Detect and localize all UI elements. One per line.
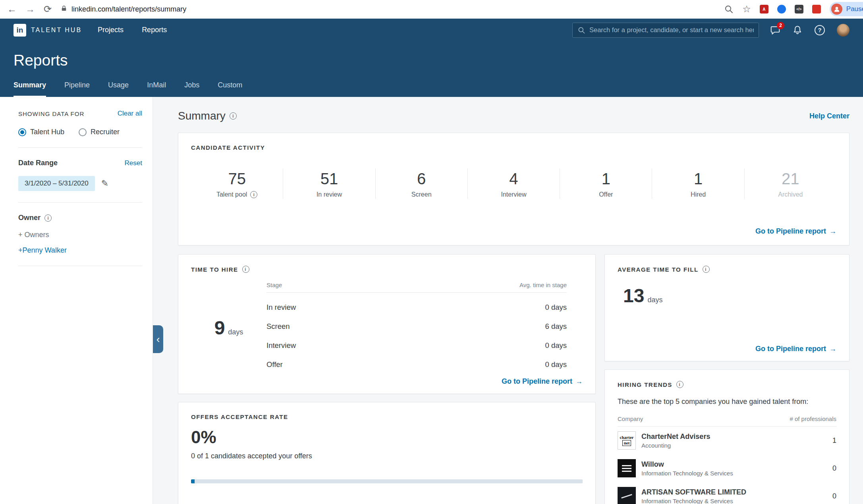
company-row-charternet[interactable]: charter net CharterNet Advisers Accounti…	[618, 427, 836, 454]
help-center-link[interactable]: Help Center	[809, 112, 849, 120]
radio-selected-icon	[18, 128, 26, 136]
hiring-trends-info-icon[interactable]: i	[676, 381, 683, 388]
refresh-icon[interactable]: ⟳	[44, 4, 52, 14]
search-icon	[577, 26, 585, 34]
tab-jobs[interactable]: Jobs	[184, 81, 199, 97]
nav-links: Projects Reports	[98, 26, 167, 34]
zoom-icon[interactable]	[724, 4, 734, 14]
browser-profile-avatar	[831, 4, 842, 15]
nav-item-reports[interactable]: Reports	[142, 26, 167, 34]
company-row-artisan[interactable]: ARTISAN SOFTWARE LIMITED Information Tec…	[618, 482, 836, 504]
bookmark-star-icon[interactable]: ☆	[742, 4, 751, 14]
linkedin-logo[interactable]: in	[14, 24, 26, 37]
user-avatar[interactable]	[837, 24, 849, 37]
candidate-activity-card: CANDIDATE ACTIVITY 75 Talent pool i 51 I…	[178, 133, 849, 245]
browser-profile-button[interactable]: Pause	[830, 2, 863, 16]
table-row: Offer 0 days	[266, 350, 567, 369]
stat-value: 1	[560, 170, 652, 188]
adobe-extension-icon[interactable]: A	[760, 5, 768, 14]
reset-link[interactable]: Reset	[125, 159, 142, 167]
stat-archived: 21 Archived	[744, 168, 836, 199]
offers-progress-bar	[191, 479, 583, 483]
artisan-logo	[618, 487, 636, 504]
data-source-radios: Talent Hub Recruiter	[18, 128, 142, 136]
professionals-count: 1	[832, 436, 836, 445]
stage-time: 0 days	[545, 303, 567, 312]
page-title: Reports	[14, 52, 849, 69]
summary-main: Summary i Help Center CANDIDATE ACTIVITY…	[153, 97, 863, 504]
clear-all-link[interactable]: Clear all	[118, 110, 142, 118]
stat-screen: 6 Screen	[375, 168, 467, 199]
date-range-value[interactable]: 3/1/2020 – 5/31/2020	[18, 176, 95, 191]
stage-time: 0 days	[545, 341, 567, 350]
talent-pool-info-icon[interactable]: i	[250, 191, 257, 198]
radio-recruiter-label: Recruiter	[91, 128, 120, 136]
stat-value: 21	[745, 170, 836, 188]
edit-date-pencil-icon[interactable]: ✎	[101, 178, 108, 189]
stat-value: 1	[652, 170, 744, 188]
stat-label: Talent pool	[216, 191, 247, 198]
browser-actions: ☆ A </> Pause	[724, 2, 863, 16]
company-column-header: Company	[618, 415, 643, 422]
radio-talent-hub-label: Talent Hub	[30, 128, 64, 136]
owner-penny-walker[interactable]: +Penny Walker	[18, 246, 142, 255]
stage-time: 0 days	[545, 360, 567, 369]
messages-badge: 2	[777, 22, 784, 29]
content-area: SHOWING DATA FOR Clear all Talent Hub Re…	[0, 97, 863, 504]
go-to-pipeline-report-link[interactable]: Go to Pipeline report →	[755, 227, 836, 236]
brand[interactable]: in TALENT HUB	[14, 24, 82, 37]
nav-item-projects[interactable]: Projects	[98, 26, 124, 34]
go-to-pipeline-report-link[interactable]: Go to Pipeline report →	[502, 377, 583, 386]
candidate-activity-stats: 75 Talent pool i 51 In review 6 Screen 4	[191, 168, 836, 199]
radio-recruiter[interactable]: Recruiter	[79, 128, 120, 136]
owner-label: Owner	[18, 214, 41, 222]
back-icon[interactable]: ←	[7, 4, 17, 14]
company-row-willow[interactable]: Willow Information Technology & Services…	[618, 454, 836, 482]
help-icon[interactable]: ?	[815, 25, 825, 35]
add-owners-button[interactable]: + Owners	[18, 231, 142, 239]
forward-icon[interactable]: →	[25, 4, 35, 14]
code-extension-icon[interactable]: </>	[795, 5, 803, 14]
notifications-bell-icon[interactable]	[792, 25, 803, 35]
average-time-to-fill-info-icon[interactable]: i	[703, 266, 710, 273]
stage-name: Offer	[266, 360, 283, 369]
messages-icon[interactable]: 2	[770, 25, 780, 35]
willow-logo	[618, 459, 636, 477]
brand-name: TALENT HUB	[31, 27, 82, 34]
company-industry: Information Technology & Services	[641, 470, 832, 477]
stage-time: 6 days	[545, 322, 567, 331]
hiring-trends-title: HIRING TRENDS	[618, 381, 672, 388]
tab-custom[interactable]: Custom	[218, 81, 242, 97]
company-name: CharterNet Advisers	[641, 433, 832, 441]
lock-icon	[60, 5, 68, 14]
go-to-pipeline-report-link[interactable]: Go to Pipeline report →	[755, 345, 836, 353]
search-input[interactable]	[589, 26, 754, 34]
offers-progress-fill	[191, 479, 195, 483]
url-text[interactable]: linkedin.com/talent/reports/summary	[71, 5, 186, 14]
blue-extension-icon[interactable]	[777, 5, 786, 14]
stat-hired: 1 Hired	[652, 168, 744, 199]
tab-usage[interactable]: Usage	[108, 81, 129, 97]
radio-unselected-icon	[79, 128, 87, 136]
red-extension-icon[interactable]	[812, 5, 821, 14]
arrow-right-icon: →	[829, 345, 836, 353]
sync-pause-label: Pause	[846, 5, 863, 13]
address-bar[interactable]: linkedin.com/talent/reports/summary	[60, 5, 715, 14]
time-to-hire-info-icon[interactable]: i	[242, 266, 249, 273]
professionals-column-header: # of professionals	[790, 415, 836, 422]
stage-table: Stage Avg. time in stage In review 0 day…	[266, 282, 583, 369]
company-name: ARTISAN SOFTWARE LIMITED	[641, 488, 832, 496]
report-tabs: Summary Pipeline Usage InMail Jobs Custo…	[14, 81, 849, 97]
radio-talent-hub[interactable]: Talent Hub	[18, 128, 64, 136]
sidebar-collapse-handle[interactable]: ‹	[153, 325, 163, 353]
global-search[interactable]	[572, 23, 759, 38]
table-row: Interview 0 days	[266, 331, 567, 350]
summary-info-icon[interactable]: i	[230, 112, 237, 120]
tab-summary[interactable]: Summary	[14, 81, 46, 97]
arrow-right-icon: →	[575, 377, 583, 386]
average-time-to-fill-card: AVERAGE TIME TO FILL i 13 days Go to Pip…	[604, 254, 849, 361]
owner-info-icon[interactable]: i	[44, 214, 52, 222]
tab-inmail[interactable]: InMail	[147, 81, 166, 97]
average-time-to-fill-title: AVERAGE TIME TO FILL	[618, 266, 699, 273]
tab-pipeline[interactable]: Pipeline	[64, 81, 90, 97]
